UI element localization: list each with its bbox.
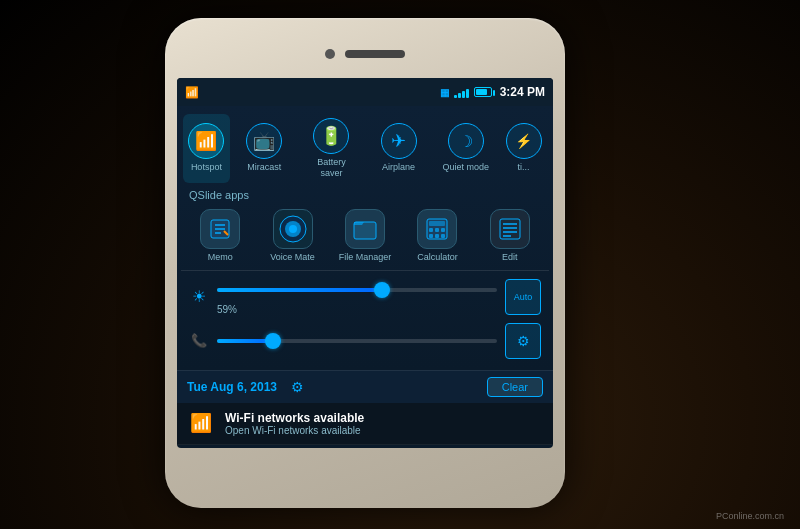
calculator-icon: [417, 209, 457, 249]
battery-fill: [476, 89, 487, 95]
toggle-miracast[interactable]: 📺 Miracast: [232, 114, 297, 183]
date-display: Tue Aug 6, 2013: [187, 380, 277, 394]
volume-settings-button[interactable]: ⚙: [505, 323, 541, 359]
airplane-label: Airplane: [382, 162, 415, 173]
quick-settings-panel: 📶 Hotspot 📺 Miracast 🔋 Batterysaver ✈ Ai…: [177, 106, 553, 370]
qslide-header: QSlide apps: [181, 185, 549, 204]
edit-label: Edit: [502, 252, 518, 262]
status-bar: 📶 ▦ 3:24 PM: [177, 78, 553, 106]
toggle-battery-saver[interactable]: 🔋 Batterysaver: [299, 114, 364, 183]
divider-1: [181, 270, 549, 271]
wifi-status-icon: 📶: [185, 86, 199, 99]
memo-icon: [200, 209, 240, 249]
settings-gear-icon: ⚙: [517, 333, 530, 349]
calculator-label: Calculator: [417, 252, 458, 262]
signal-bar-1: [454, 95, 457, 98]
phone-screen: 📶 ▦ 3:24 PM: [177, 78, 553, 448]
volume-row: 📞 ⚙: [181, 320, 549, 364]
svg-point-7: [289, 225, 297, 233]
brightness-slider-wrap[interactable]: 59%: [217, 288, 497, 306]
watermark: PConline.com.cn: [716, 511, 784, 521]
notification-subtitle: Open Wi-Fi networks available: [225, 425, 543, 436]
voice-mate-icon: [273, 209, 313, 249]
hotspot-label: Hotspot: [191, 162, 222, 173]
app-memo[interactable]: Memo: [185, 206, 255, 265]
airplane-icon: ✈: [381, 123, 417, 159]
auto-brightness-button[interactable]: Auto: [505, 279, 541, 315]
volume-slider-wrap[interactable]: [217, 339, 497, 343]
app-voice-mate[interactable]: Voice Mate: [257, 206, 327, 265]
more-label: ti...: [518, 162, 530, 173]
phone-body: 📶 ▦ 3:24 PM: [165, 18, 565, 508]
miracast-label: Miracast: [247, 162, 281, 173]
battery-saver-label: Batterysaver: [317, 157, 346, 179]
volume-slider[interactable]: [217, 339, 497, 343]
memo-label: Memo: [208, 252, 233, 262]
notification-wifi-icon: 📶: [187, 412, 215, 434]
app-calculator[interactable]: Calculator: [402, 206, 472, 265]
date-section: Tue Aug 6, 2013 ⚙: [187, 379, 304, 395]
quick-toggles-row: 📶 Hotspot 📺 Miracast 🔋 Batterysaver ✈ Ai…: [181, 112, 549, 185]
brightness-slider[interactable]: [217, 288, 497, 292]
quiet-mode-icon: ☽: [448, 123, 484, 159]
app-file-manager[interactable]: File Manager: [330, 206, 400, 265]
clear-button[interactable]: Clear: [487, 377, 543, 397]
file-manager-icon: [345, 209, 385, 249]
notification-wifi[interactable]: 📶 Wi-Fi networks available Open Wi-Fi ne…: [177, 403, 553, 445]
toggle-more[interactable]: ⚡ ti...: [500, 114, 547, 183]
toggle-airplane[interactable]: ✈ Airplane: [366, 114, 431, 183]
brightness-row: ☀ 59% Auto: [181, 274, 549, 320]
brightness-percent: 59%: [217, 304, 237, 315]
volume-thumb[interactable]: [265, 333, 281, 349]
file-manager-label: File Manager: [339, 252, 392, 262]
phone-top-area: [295, 40, 435, 68]
svg-rect-12: [435, 228, 439, 232]
toggle-quiet-mode[interactable]: ☽ Quiet mode: [433, 114, 498, 183]
signal-bar-3: [462, 91, 465, 98]
miracast-icon: 📺: [246, 123, 282, 159]
signal-bars: [454, 86, 469, 98]
speaker: [345, 50, 405, 58]
notification-area: 📶 Wi-Fi networks available Open Wi-Fi ne…: [177, 403, 553, 445]
svg-rect-14: [429, 234, 433, 238]
notification-text: Wi-Fi networks available Open Wi-Fi netw…: [225, 411, 543, 436]
svg-rect-15: [435, 234, 439, 238]
brightness-fill: [217, 288, 382, 292]
voice-mate-label: Voice Mate: [270, 252, 315, 262]
svg-rect-10: [429, 221, 445, 226]
volume-icon: 📞: [189, 333, 209, 348]
auto-label: Auto: [514, 292, 533, 302]
more-icon: ⚡: [506, 123, 542, 159]
battery-saver-icon: 🔋: [313, 118, 349, 154]
battery-icon: [474, 87, 492, 97]
brightness-thumb[interactable]: [374, 282, 390, 298]
hotspot-icon: 📶: [188, 123, 224, 159]
quiet-mode-label: Quiet mode: [442, 162, 489, 173]
qslide-apps-row: Memo Voice Mate: [181, 204, 549, 267]
svg-rect-13: [441, 228, 445, 232]
app-edit[interactable]: Edit: [475, 206, 545, 265]
date-settings-icon[interactable]: ⚙: [291, 379, 304, 395]
signal-bar-2: [458, 93, 461, 98]
date-bar: Tue Aug 6, 2013 ⚙ Clear: [177, 370, 553, 403]
edit-icon: [490, 209, 530, 249]
svg-rect-16: [441, 234, 445, 238]
camera: [325, 49, 335, 59]
brightness-icon: ☀: [189, 287, 209, 306]
sim-icon: ▦: [440, 87, 449, 98]
notification-title: Wi-Fi networks available: [225, 411, 543, 425]
status-right-area: ▦ 3:24 PM: [440, 85, 545, 99]
signal-bar-4: [466, 89, 469, 98]
status-left-icons: 📶: [185, 86, 199, 99]
toggle-hotspot[interactable]: 📶 Hotspot: [183, 114, 230, 183]
svg-rect-11: [429, 228, 433, 232]
time-display: 3:24 PM: [500, 85, 545, 99]
